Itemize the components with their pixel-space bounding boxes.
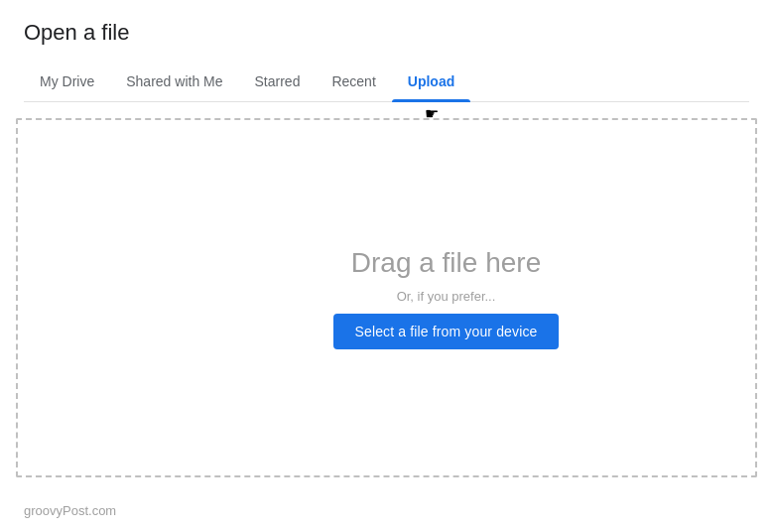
tab-upload-wrapper: Upload ☛: [392, 62, 470, 101]
drag-text: Drag a file here: [351, 247, 541, 279]
tab-my-drive[interactable]: My Drive: [24, 62, 110, 101]
tab-recent[interactable]: Recent: [316, 62, 391, 101]
tab-upload[interactable]: Upload: [392, 62, 470, 101]
footer-brand: groovyPost.com: [24, 503, 116, 518]
drop-zone[interactable]: Drag a file here Or, if you prefer... Se…: [16, 118, 757, 477]
tab-shared-with-me[interactable]: Shared with Me: [110, 62, 238, 101]
dialog-header: Open a file My Drive Shared with Me Star…: [0, 0, 773, 102]
or-text: Or, if you prefer...: [397, 289, 496, 304]
select-file-button[interactable]: Select a file from your device: [333, 314, 560, 349]
open-file-dialog: Open a file My Drive Shared with Me Star…: [0, 0, 773, 532]
dialog-title: Open a file: [24, 20, 749, 46]
drop-zone-content: Drag a file here Or, if you prefer... Se…: [333, 247, 560, 349]
tab-starred[interactable]: Starred: [239, 62, 317, 101]
tabs-bar: My Drive Shared with Me Starred Recent U…: [24, 62, 749, 102]
dialog-content: Drag a file here Or, if you prefer... Se…: [0, 102, 773, 493]
dialog-footer: groovyPost.com: [0, 493, 773, 532]
